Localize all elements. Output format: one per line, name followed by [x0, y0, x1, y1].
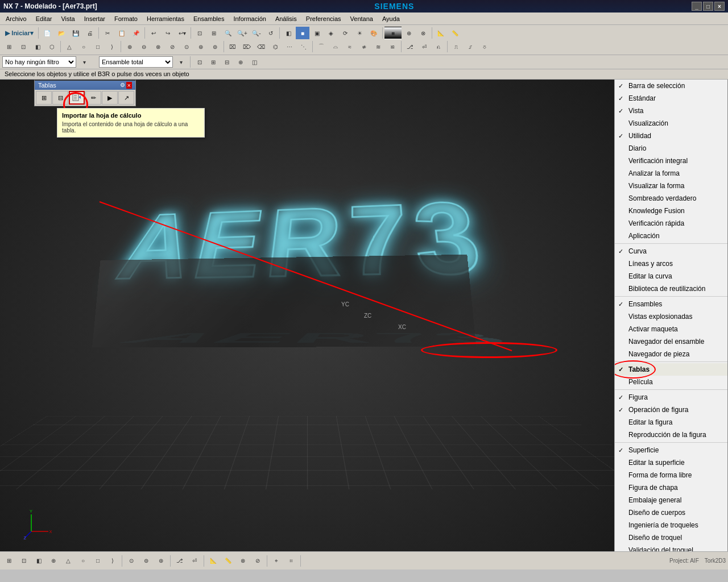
filter-btn3[interactable]: ⊟	[221, 56, 233, 68]
refresh-button[interactable]: ↺	[264, 27, 278, 39]
menu-item-verificación-integral[interactable]: Verificación integral	[615, 155, 727, 167]
tb2-btn15[interactable]: ⊚	[208, 40, 222, 53]
menu-herramientas[interactable]: Herramientas	[142, 14, 189, 23]
menu-item-ingeniería-de-troqueles[interactable]: Ingeniería de troqueles	[615, 519, 727, 531]
menu-ventana[interactable]: Ventana	[346, 14, 378, 23]
tablas-btn-table[interactable]: ⊟	[52, 91, 68, 105]
tb2-btn29[interactable]: ⏎	[417, 40, 431, 53]
tablas-header[interactable]: Tablas ⚙ ×	[35, 81, 135, 90]
menu-item-navegador-de-pieza[interactable]: Navegador de pieza	[615, 348, 727, 360]
menu-vista[interactable]: Vista	[56, 14, 79, 23]
menu-item-aplicación[interactable]: Aplicación	[615, 230, 727, 242]
select-button[interactable]: ⊡	[193, 27, 206, 39]
bottom-btn1[interactable]: ⊞	[2, 555, 16, 567]
menu-item-navegador-del-ensamble[interactable]: Navegador del ensamble	[615, 335, 727, 348]
tablas-btn-grid[interactable]: ⊞	[36, 91, 52, 105]
wire-button[interactable]: ▣	[310, 27, 324, 39]
filter-btn2[interactable]: ⊞	[208, 56, 219, 68]
assembly-apply-button[interactable]: ▾	[175, 56, 187, 68]
tb2-btn9[interactable]: ⊕	[123, 40, 136, 53]
redo-button[interactable]: ↪	[161, 27, 175, 39]
tb2-btn5[interactable]: △	[63, 40, 76, 53]
snap-button[interactable]: ⊕	[402, 27, 416, 39]
shade-button[interactable]: ■	[296, 27, 309, 39]
menu-item-operación-de-figura[interactable]: Operación de figura	[615, 404, 727, 416]
menu-item-superficie[interactable]: Superficie	[615, 444, 727, 456]
tb2-btn31[interactable]: ⎍	[449, 40, 463, 53]
menu-item-curva[interactable]: Curva	[615, 245, 727, 257]
filter-btn1[interactable]: ⊡	[194, 56, 205, 68]
tb2-btn30[interactable]: ⎌	[432, 40, 445, 53]
bottom-btn5[interactable]: △	[61, 555, 75, 567]
assembly-select[interactable]: Ensamble total	[99, 56, 173, 68]
cut-button[interactable]: ✂	[101, 27, 114, 39]
bottom-btn14[interactable]: 📐	[206, 555, 220, 567]
tb2-btn18[interactable]: ⌫	[254, 40, 268, 53]
tablas-btn-import[interactable]	[69, 91, 85, 105]
edge-button[interactable]: ◈	[324, 27, 338, 39]
snap2-button[interactable]: ⊗	[416, 27, 430, 39]
open-button[interactable]: 📂	[55, 27, 68, 39]
bottom-btn19[interactable]: ⌗	[284, 555, 298, 567]
menu-editar[interactable]: Editar	[31, 14, 57, 23]
tb2-btn12[interactable]: ⊘	[166, 40, 179, 53]
tb2-btn21[interactable]: ⋱	[297, 40, 311, 53]
bottom-btn7[interactable]: □	[91, 555, 105, 567]
menu-informacion[interactable]: Información	[229, 14, 270, 23]
zoom-out-button[interactable]: 🔍-	[250, 27, 263, 39]
viewport[interactable]: AER73 AER73 X Y Z YC ZC XC Tablas	[0, 80, 614, 551]
tb2-btn3[interactable]: ◧	[31, 40, 44, 53]
menu-ensambles[interactable]: Ensambles	[189, 14, 229, 23]
menu-archivo[interactable]: Archivo	[1, 14, 31, 23]
bottom-btn8[interactable]: ⟩	[106, 555, 119, 567]
rotate-button[interactable]: ⟳	[338, 27, 352, 39]
menu-item-editar-la-superficie[interactable]: Editar la superficie	[615, 456, 727, 469]
tb2-btn28[interactable]: ⎇	[403, 40, 417, 53]
tb2-btn33[interactable]: ⎏	[478, 40, 491, 53]
new-button[interactable]: 📄	[40, 27, 54, 39]
paste-button[interactable]: 📌	[129, 27, 143, 39]
menu-ayuda[interactable]: Ayuda	[378, 14, 404, 23]
bottom-btn13[interactable]: ⏎	[188, 555, 201, 567]
zoom-button[interactable]: 🔍	[221, 27, 235, 39]
bottom-btn3[interactable]: ◧	[32, 555, 46, 567]
menu-item-vistas-explosionadas[interactable]: Vistas explosionadas	[615, 310, 727, 323]
menu-item-diseño-de-troquel[interactable]: Diseño de troquel	[615, 531, 727, 544]
tb2-btn32[interactable]: ⎎	[464, 40, 477, 53]
filter-btn4[interactable]: ⊕	[235, 56, 246, 68]
tablas-btn-arrow[interactable]: ▶	[102, 91, 118, 105]
tb2-btn23[interactable]: ⌓	[329, 40, 342, 53]
menu-item-analizar-la-forma[interactable]: Analizar la forma	[615, 167, 727, 180]
tb2-btn7[interactable]: □	[91, 40, 105, 53]
bottom-btn15[interactable]: 📏	[221, 555, 235, 567]
menu-item-validación-del-troquel[interactable]: Validación del troquel	[615, 544, 727, 551]
tb2-btn14[interactable]: ⊛	[194, 40, 208, 53]
menu-item-reproducción-de-la-figura[interactable]: Reproducción de la figura	[615, 429, 727, 441]
bottom-btn18[interactable]: ⌖	[270, 555, 283, 567]
menu-formato[interactable]: Formato	[110, 14, 142, 23]
menu-item-diseño-de-cuerpos[interactable]: Diseño de cuerpos	[615, 506, 727, 519]
tb2-btn19[interactable]: ⌬	[268, 40, 282, 53]
tb2-btn4[interactable]: ⬡	[45, 40, 59, 53]
menu-item-editar-la-curva[interactable]: Editar la curva	[615, 270, 727, 282]
tb2-btn16[interactable]: ⌧	[226, 40, 239, 53]
filter-btn5[interactable]: ◫	[249, 56, 260, 68]
tb2-btn20[interactable]: ⋯	[283, 40, 296, 53]
bottom-btn6[interactable]: ○	[76, 555, 90, 567]
tb2-btn25[interactable]: ≉	[357, 40, 371, 53]
filter-apply-button[interactable]: ▾	[78, 56, 90, 68]
tb2-btn8[interactable]: ⟩	[105, 40, 119, 53]
color-btn[interactable]: ■	[384, 27, 402, 39]
bottom-btn16[interactable]: ⊗	[236, 555, 250, 567]
measure2-button[interactable]: 📏	[448, 27, 462, 39]
window-controls[interactable]: _ □ ×	[692, 2, 725, 11]
tb2-btn27[interactable]: ≌	[386, 40, 399, 53]
undo-list-button[interactable]: ↩▾	[175, 27, 189, 39]
bottom-btn11[interactable]: ⊛	[154, 555, 168, 567]
zoom-in-button[interactable]: 🔍+	[235, 27, 249, 39]
menu-insertar[interactable]: Insertar	[80, 14, 110, 23]
bottom-btn4[interactable]: ⊕	[47, 555, 60, 567]
tablas-close-button[interactable]: ×	[126, 82, 132, 89]
filter-select[interactable]: No hay ningún filtro	[2, 56, 76, 68]
tb2-btn6[interactable]: ○	[77, 40, 90, 53]
